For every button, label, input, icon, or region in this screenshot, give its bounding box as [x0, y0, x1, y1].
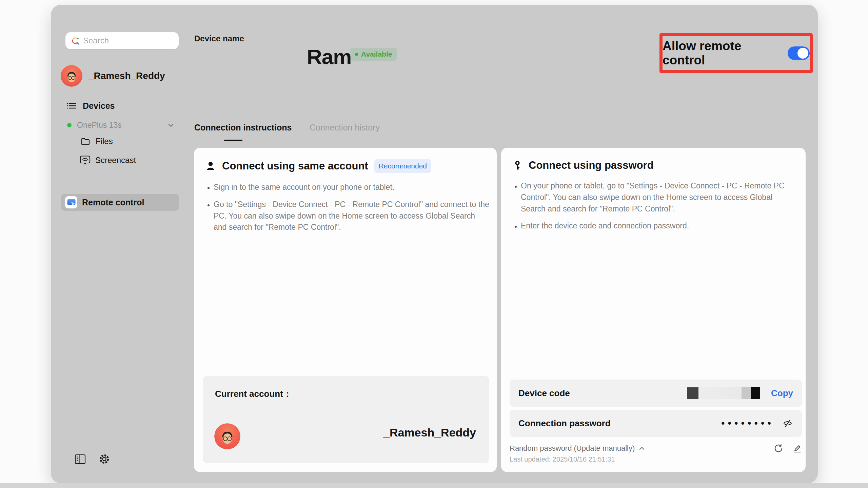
device-code-row: Device code Copy	[510, 380, 802, 407]
remote-control-app-icon	[65, 196, 77, 208]
card-title: Connect using password	[529, 159, 654, 171]
sidebar-item-label: Screencast	[95, 156, 136, 165]
status-badge-label: Available	[361, 50, 392, 58]
folder-icon	[81, 137, 90, 146]
red-annotation-box: Allow remote control	[659, 33, 813, 73]
random-password-row: Random password (Update manually)	[510, 443, 802, 453]
sidebar-item-label: Remote control	[82, 198, 144, 207]
device-code-redacted	[687, 387, 760, 399]
user-avatar	[61, 65, 82, 87]
desktop-edge-strip	[0, 483, 868, 488]
instruction-item: Sign in to the same account on your phon…	[214, 182, 489, 193]
tab-connection-instructions[interactable]: Connection instructions	[194, 123, 292, 133]
status-badge: Available	[350, 48, 397, 61]
edit-pencil-icon[interactable]	[792, 444, 802, 453]
last-updated-text: Last updated: 2025/10/16 21:51:31	[510, 455, 615, 463]
card-connect-same-account: Connect using same account Recommended S…	[194, 148, 497, 472]
sidebar-item-screencast[interactable]: Screencast	[80, 155, 136, 165]
copy-button[interactable]: Copy	[771, 388, 793, 399]
user-profile[interactable]: _Ramesh_Reddy	[61, 65, 165, 87]
account-avatar	[214, 423, 240, 449]
sidebar-item-label: Files	[96, 137, 113, 146]
card-connect-password: Connect using password On your phone or …	[501, 148, 806, 472]
instruction-item: On your phone or tablet, go to "Settings…	[521, 180, 798, 215]
devices-list-icon	[66, 101, 77, 111]
card-title: Connect using same account	[222, 160, 368, 172]
current-account-label: Current account：	[215, 388, 292, 400]
recommended-badge: Recommended	[374, 159, 431, 173]
online-status-dot	[67, 123, 72, 127]
search-icon	[71, 36, 80, 45]
account-name: _Ramesh_Reddy	[383, 426, 476, 439]
person-icon	[205, 161, 216, 171]
tab-connection-history[interactable]: Connection history	[310, 123, 380, 133]
key-icon	[512, 160, 522, 170]
search-input-container[interactable]	[65, 32, 179, 49]
allow-remote-control-toggle[interactable]	[788, 46, 810, 60]
sidebar-item-oneplus-13s[interactable]: OnePlus 13s	[67, 121, 175, 130]
instructions-list: On your phone or tablet, go to "Settings…	[501, 180, 806, 232]
instructions-list: Sign in to the same account on your phon…	[194, 182, 497, 233]
random-password-toggle[interactable]: Random password (Update manually)	[510, 444, 645, 453]
allow-remote-control-label: Allow remote control	[663, 39, 779, 67]
device-code-label: Device code	[518, 388, 570, 399]
app-window: _Ramesh_Reddy Devices OnePlus 13s Files	[51, 5, 818, 483]
connection-password-row: Connection password ••••••••	[510, 410, 802, 437]
sidebar-item-files[interactable]: Files	[81, 137, 113, 146]
sidebar-item-label: OnePlus 13s	[77, 121, 122, 130]
eye-off-icon[interactable]	[782, 418, 793, 429]
current-account-panel: Current account： _Ramesh_Reddy	[203, 376, 489, 463]
sidebar-item-remote-control[interactable]: Remote control	[61, 194, 179, 211]
device-name-label: Device name	[194, 34, 244, 43]
device-code-redacted-block	[698, 387, 742, 399]
sidebar-item-label: Devices	[83, 101, 115, 111]
connection-password-label: Connection password	[518, 418, 611, 429]
gear-icon[interactable]	[99, 453, 110, 465]
toggle-knob	[797, 48, 808, 59]
device-code-redacted-block	[742, 387, 751, 399]
active-tab-underline	[224, 140, 242, 141]
collapse-sidebar-icon[interactable]	[75, 454, 86, 464]
chevron-up-icon	[639, 446, 645, 451]
chevron-down-icon[interactable]	[167, 121, 175, 129]
instruction-item: Enter the device code and connection pas…	[521, 220, 798, 232]
screencast-icon	[80, 155, 91, 165]
device-code-redacted-block	[751, 387, 760, 399]
device-name: Ram	[307, 45, 351, 69]
refresh-icon[interactable]	[773, 443, 784, 453]
available-dot	[355, 53, 358, 56]
device-code-redacted-block	[687, 387, 698, 399]
random-password-label: Random password (Update manually)	[510, 444, 635, 453]
username: _Ramesh_Reddy	[88, 70, 165, 81]
masked-password: ••••••••	[721, 418, 774, 428]
sidebar-item-devices[interactable]: Devices	[66, 101, 115, 111]
search-input[interactable]	[83, 36, 168, 45]
instruction-item: Go to "Settings - Device Connect - PC - …	[214, 199, 489, 233]
